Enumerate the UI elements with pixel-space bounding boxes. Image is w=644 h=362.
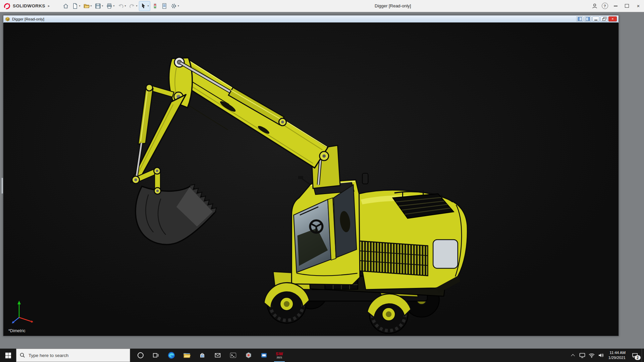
volume-button[interactable] (596, 349, 606, 362)
bucket-group[interactable] (136, 184, 216, 244)
boom-group[interactable] (169, 57, 340, 188)
speaker-icon (598, 352, 604, 359)
system-app-button[interactable] (256, 349, 272, 362)
account-icon (591, 3, 598, 9)
document-close-button[interactable]: × (608, 16, 617, 21)
taskbar-clock[interactable]: 11:44 AM 1/29/2021 (606, 349, 628, 362)
redo-button[interactable]: ▾ (128, 1, 139, 11)
titlebar-right-controls: ? × (590, 0, 644, 12)
start-button[interactable] (0, 349, 16, 362)
dropdown-caret-icon[interactable]: ▾ (178, 4, 179, 7)
pane-single-button[interactable] (576, 16, 583, 21)
rebuild-button[interactable] (151, 1, 159, 11)
dropdown-caret-icon[interactable]: ▾ (102, 4, 103, 7)
pane-single-icon (578, 17, 582, 21)
cortana-button[interactable] (133, 349, 148, 362)
triad-x-axis[interactable] (19, 317, 33, 322)
close-button[interactable]: × (633, 0, 644, 12)
minimize-icon (614, 6, 618, 6)
taskbar: SW 2021 (0, 349, 644, 362)
action-center-button[interactable]: 2 (628, 349, 642, 362)
file-properties-icon (161, 3, 168, 9)
open-folder-icon (83, 3, 90, 9)
document-restore-icon (602, 18, 605, 21)
part-document-icon (5, 16, 10, 21)
new-document-button[interactable]: ▾ (71, 1, 82, 11)
undo-button[interactable]: ▾ (116, 1, 127, 11)
account-button[interactable] (590, 0, 600, 12)
minimize-button[interactable] (610, 0, 621, 12)
new-document-icon (72, 3, 78, 9)
terminal-button[interactable] (225, 349, 241, 362)
dropdown-caret-icon[interactable]: ▾ (148, 4, 149, 7)
select-cursor-icon (140, 3, 147, 9)
system-tray: 11:44 AM 1/29/2021 2 (568, 349, 644, 362)
mail-icon (214, 352, 221, 359)
orientation-triad[interactable] (9, 298, 39, 326)
dropdown-caret-icon[interactable]: ▾ (125, 4, 126, 7)
brand-expand-icon[interactable]: ▸ (48, 4, 50, 8)
task-view-icon (152, 352, 160, 359)
solidworks-logo-icon (3, 2, 11, 10)
maximize-icon (625, 4, 629, 8)
file-properties-button[interactable] (160, 1, 169, 11)
dropdown-caret-icon[interactable]: ▾ (79, 4, 80, 7)
notification-badge: 2 (635, 355, 641, 360)
search-icon (20, 353, 25, 358)
print-icon (106, 3, 113, 9)
tray-expand-button[interactable] (568, 349, 578, 362)
options-button[interactable]: ▾ (169, 1, 180, 11)
task-view-button[interactable] (148, 349, 164, 362)
show-desktop-button[interactable] (642, 349, 644, 362)
edrawings-button[interactable] (241, 349, 256, 362)
taskbar-search[interactable] (16, 349, 130, 362)
cab-group[interactable] (291, 176, 360, 285)
save-button[interactable]: ▾ (94, 1, 104, 11)
file-explorer-icon (183, 351, 191, 359)
excavator-model[interactable] (4, 22, 618, 336)
solidworks-icon-letters: SW (276, 352, 283, 356)
open-button[interactable]: ▾ (82, 1, 93, 11)
triad-y-axis[interactable] (17, 301, 21, 317)
edge-icon (167, 351, 175, 359)
clock-date: 1/29/2021 (608, 355, 626, 360)
display-icon (579, 352, 586, 358)
help-icon: ? (602, 3, 608, 9)
graphics-viewport[interactable]: *Dimetric (4, 22, 618, 336)
dropdown-caret-icon[interactable]: ▾ (91, 4, 92, 7)
brand-name: SOLIDWORKS (13, 3, 45, 8)
document-window-controls: × (576, 16, 617, 21)
tray-display-button[interactable] (578, 349, 587, 362)
document-restore-button[interactable] (600, 16, 607, 21)
store-button[interactable] (195, 349, 210, 362)
maximize-button[interactable] (621, 0, 633, 12)
terminal-icon (229, 352, 237, 359)
solidworks-taskbar-button[interactable]: SW 2021 (272, 349, 287, 362)
home-button[interactable] (61, 1, 70, 11)
select-tool-button[interactable]: ▾ (139, 1, 150, 11)
body-group[interactable] (352, 173, 467, 293)
mail-button[interactable] (210, 349, 225, 362)
network-button[interactable] (587, 349, 596, 362)
dropdown-caret-icon[interactable]: ▾ (136, 4, 138, 7)
dropdown-caret-icon[interactable]: ▾ (113, 4, 115, 7)
app-titlebar[interactable]: SOLIDWORKS ▸ ▾ (0, 0, 644, 12)
view-orientation-label: *Dimetric (8, 328, 25, 333)
cortana-icon (137, 352, 144, 359)
edge-button[interactable] (164, 349, 179, 362)
document-titlebar[interactable]: Digger [Read-only] × (3, 15, 619, 23)
file-explorer-button[interactable] (179, 349, 195, 362)
windows-logo-icon (5, 353, 11, 358)
rebuild-stoplight-icon (152, 3, 158, 9)
print-button[interactable]: ▾ (105, 1, 116, 11)
pane-split-button[interactable] (584, 16, 591, 21)
document-minimize-button[interactable] (592, 16, 599, 21)
triad-z-axis[interactable] (12, 317, 19, 323)
help-button[interactable]: ? (600, 0, 610, 12)
redo-icon (129, 3, 136, 9)
edrawings-icon (245, 352, 252, 359)
search-input[interactable] (28, 353, 126, 358)
solidworks-brand[interactable]: SOLIDWORKS ▸ (0, 2, 53, 10)
save-icon (95, 3, 101, 9)
taskbar-apps: SW 2021 (133, 349, 287, 362)
